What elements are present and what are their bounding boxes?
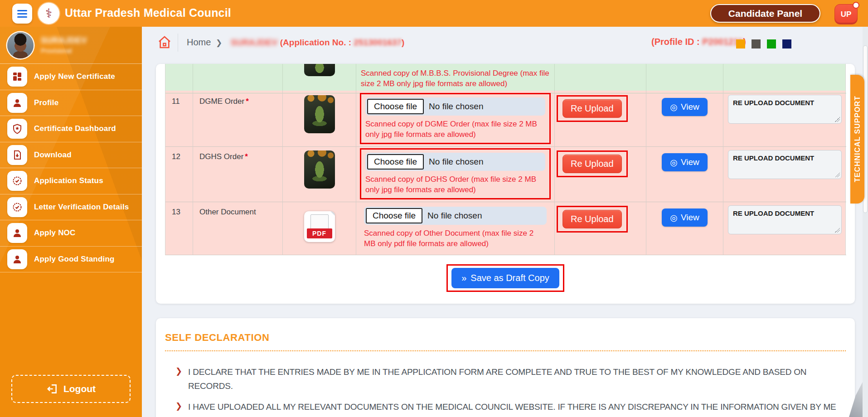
candidate-panel-button[interactable]: Candidate Panel	[710, 4, 820, 23]
re-upload-button[interactable]: Re Upload	[563, 155, 622, 173]
user-role: Provisional	[41, 47, 87, 54]
document-thumbnail	[304, 95, 335, 133]
technical-support-tab[interactable]: TECHNICAL SUPPORT	[850, 75, 864, 204]
choose-file-button[interactable]: Choose file	[366, 208, 422, 223]
sidebar-item-download[interactable]: Download	[0, 142, 142, 169]
reupload-highlight-box: Re Upload	[557, 95, 628, 122]
sidebar-item-profile[interactable]: Profile	[0, 90, 142, 116]
breadcrumb-home-link[interactable]: Home	[187, 37, 211, 48]
upload-caption: Scanned copy of DGHS Order (max file siz…	[365, 174, 545, 195]
chevron-bullet-icon: ❯	[175, 366, 182, 393]
upmc-logo: ⚕	[38, 3, 59, 24]
choose-file-button[interactable]: Choose file	[367, 154, 424, 170]
sidebar-item-apply-noc[interactable]: Apply NOC	[0, 220, 142, 247]
notification-dot	[853, 2, 859, 9]
grid-icon	[7, 67, 27, 87]
shield-star-icon	[7, 119, 27, 139]
declaration-item: ❯ I HAVE UPLOADED ALL MY RELEVANT DOCUME…	[165, 400, 846, 417]
upload-highlight-box: Choose file No file chosen Scanned copy …	[360, 148, 551, 199]
application-number: 2513001637	[354, 38, 402, 47]
table-row-dghs-order: 12 DGHS Order* Choose file No file chose…	[165, 146, 845, 201]
document-thumbnail	[304, 150, 335, 189]
sidebar-item-label: Profile	[34, 98, 58, 107]
self-declaration-card: SELF DECLARATION ❯ I DECLARE THAT THE EN…	[156, 318, 855, 417]
required-asterisk: *	[245, 152, 248, 161]
remark-textarea[interactable]: RE UPLOAD DOCUMENT	[728, 95, 842, 124]
document-name: DGME Order	[199, 97, 244, 106]
sidebar-item-label: Apply NOC	[34, 228, 76, 238]
choose-file-button[interactable]: Choose file	[367, 99, 424, 114]
save-draft-highlight-box: »Save as Draft Copy	[446, 264, 564, 292]
chevron-right-icon: ❯	[216, 38, 222, 48]
file-input[interactable]: Choose file No file chosen	[365, 153, 545, 171]
profile-id: (Profile ID : P2001211)	[651, 37, 746, 47]
sidebar-item-letter-verification-details[interactable]: Letter Verification Details	[0, 194, 142, 221]
view-button[interactable]: ◎View	[662, 208, 707, 227]
hamburger-menu-button[interactable]	[12, 4, 32, 24]
reupload-highlight-box: Re Upload	[557, 150, 628, 177]
serial-number: 13	[165, 201, 193, 255]
no-file-chosen-label: No file chosen	[429, 102, 483, 112]
status-legend	[736, 39, 791, 48]
view-button[interactable]: ◎View	[662, 98, 707, 116]
breadcrumb-current: SURAJDEV (Application No. : 2513001637)	[231, 38, 404, 48]
required-asterisk: *	[246, 97, 249, 106]
view-button[interactable]: ◎View	[662, 153, 707, 171]
file-input[interactable]: Choose file No file chosen	[365, 97, 545, 116]
pdf-file-icon: PDF	[304, 211, 335, 242]
documents-upload-card: Scanned copy of M.B.B.S. Provisional Deg…	[156, 64, 855, 304]
file-input[interactable]: Choose file No file chosen	[364, 207, 547, 225]
double-chevron-icon: »	[461, 273, 466, 283]
remark-textarea[interactable]: RE UPLOAD DOCUMENT	[728, 205, 842, 234]
chevron-bullet-icon: ❯	[175, 401, 182, 417]
document-thumbnail	[304, 64, 335, 76]
re-upload-button[interactable]: Re Upload	[563, 99, 622, 118]
upload-highlight-box: Choose file No file chosen Scanned copy …	[360, 93, 551, 144]
logout-button[interactable]: Logout	[11, 375, 131, 403]
sidebar-item-label: Letter Verification Details	[34, 203, 129, 212]
sidebar-item-application-status[interactable]: Application Status	[0, 168, 142, 194]
upload-caption: Scanned copy of Other Document (max file…	[364, 228, 547, 249]
re-upload-button[interactable]: Re Upload	[563, 210, 622, 228]
app-header: ⚕ Uttar Pradesh Medical Council Candidat…	[0, 0, 868, 27]
documents-table: Scanned copy of M.B.B.S. Provisional Deg…	[165, 64, 846, 255]
download-document-icon	[7, 145, 27, 165]
declaration-list: ❯ I DECLARE THAT THE ENTRIES MADE BY ME …	[165, 365, 846, 417]
serial-number: 12	[165, 146, 193, 202]
sidebar: SURAJDEV Provisional Apply New Certifica…	[0, 27, 142, 417]
sidebar-item-apply-new-certificate[interactable]: Apply New Certificate	[0, 64, 142, 90]
serial-number: 11	[165, 91, 193, 147]
avatar	[7, 32, 34, 58]
no-file-chosen-label: No file chosen	[427, 211, 482, 221]
sidebar-user-card: SURAJDEV Provisional	[0, 27, 142, 64]
save-as-draft-button[interactable]: »Save as Draft Copy	[451, 268, 559, 288]
up-profile-badge[interactable]: UP	[834, 4, 858, 24]
table-row-dgme-order: 11 DGME Order* Choose file No file chose…	[165, 91, 845, 146]
dotted-divider	[165, 350, 846, 351]
no-file-chosen-label: No file chosen	[429, 157, 483, 167]
sidebar-item-apply-good-standing[interactable]: Apply Good Standing	[0, 247, 142, 273]
app-title: Uttar Pradesh Medical Council	[65, 6, 231, 19]
remark-textarea[interactable]: RE UPLOAD DOCUMENT	[728, 150, 842, 179]
document-name: Other Document	[199, 208, 256, 216]
sidebar-item-certificate-dashboard[interactable]: Certificate Dashboard	[0, 116, 142, 142]
user-name: SURAJDEV	[41, 36, 87, 45]
legend-square-orange[interactable]	[736, 39, 745, 48]
legend-square-navy[interactable]	[782, 39, 791, 48]
legend-square-green[interactable]	[767, 39, 776, 48]
sidebar-menu: Apply New Certificate Profile Certificat…	[0, 64, 142, 272]
medical-emblem-icon: ⚕	[45, 7, 52, 20]
person-icon	[7, 223, 27, 243]
badge-check-icon	[7, 197, 27, 217]
sidebar-item-label: Apply New Certificate	[34, 72, 115, 81]
legend-square-gray[interactable]	[752, 39, 761, 48]
eye-icon: ◎	[670, 158, 678, 167]
breadcrumb-divider	[178, 34, 178, 52]
person-icon	[7, 249, 27, 269]
sidebar-item-label: Apply Good Standing	[34, 255, 115, 264]
logout-icon	[46, 383, 58, 395]
sidebar-item-label: Certificate Dashboard	[34, 124, 116, 133]
document-name: DGHS Order	[199, 152, 243, 161]
home-icon[interactable]	[157, 35, 172, 49]
table-row-other-document: 13 Other Document PDF Choose file No fil…	[165, 201, 845, 255]
